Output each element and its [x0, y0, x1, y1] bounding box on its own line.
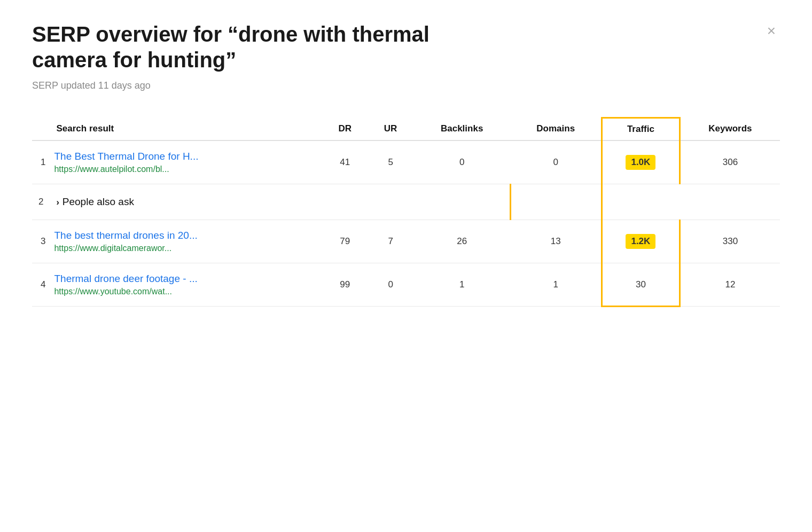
- col-header-ur: UR: [368, 118, 413, 141]
- col-header-keywords: Keywords: [680, 118, 780, 141]
- table-row: 2 ›People also ask: [32, 184, 780, 220]
- ur-cell: 7: [368, 220, 413, 263]
- backlinks-cell: 26: [413, 220, 511, 263]
- table-row: 1 The Best Thermal Drone for H... https:…: [32, 140, 780, 184]
- traffic-cell: 1.2K: [602, 220, 680, 263]
- traffic-cell-paa: [511, 184, 602, 220]
- row-num: 3: [32, 220, 50, 263]
- results-table: Search result DR UR Backlinks Domains Tr…: [32, 117, 780, 307]
- result-cell: Thermal drone deer footage - ... https:/…: [50, 263, 322, 307]
- dr-cell: 79: [322, 220, 368, 263]
- ur-cell: 0: [368, 263, 413, 307]
- ur-cell: 5: [368, 140, 413, 184]
- traffic-value-highlight: 1.0K: [626, 155, 655, 170]
- traffic-cell: 30: [602, 263, 680, 307]
- panel-subtitle: SERP updated 11 days ago: [32, 80, 780, 91]
- dr-cell: 41: [322, 140, 368, 184]
- panel-title: SERP overview for “drone with thermal ca…: [32, 21, 459, 73]
- domains-cell: 0: [511, 140, 602, 184]
- result-title[interactable]: The Best Thermal Drone for H...: [54, 151, 316, 162]
- keywords-cell: 12: [680, 263, 780, 307]
- domains-cell: 1: [511, 263, 602, 307]
- col-header-dr: DR: [322, 118, 368, 141]
- keywords-cell-paa: [602, 184, 680, 220]
- keywords-cell: 330: [680, 220, 780, 263]
- row-num: 2: [32, 184, 50, 220]
- col-header-traffic: Traffic: [602, 118, 680, 141]
- result-title[interactable]: Thermal drone deer footage - ...: [54, 273, 316, 285]
- result-url[interactable]: https://www.autelpilot.com/bl...: [54, 165, 316, 174]
- backlinks-cell: 0: [413, 140, 511, 184]
- row-num: 4: [32, 263, 50, 307]
- result-url[interactable]: https://www.digitalcamerawor...: [54, 244, 316, 253]
- backlinks-cell: 1: [413, 263, 511, 307]
- row-num: 1: [32, 140, 50, 184]
- col-header-search-result: Search result: [50, 118, 322, 141]
- domains-cell: 13: [511, 220, 602, 263]
- result-cell: The Best Thermal Drone for H... https://…: [50, 140, 322, 184]
- result-cell: The best thermal drones in 20... https:/…: [50, 220, 322, 263]
- table-row: 4 Thermal drone deer footage - ... https…: [32, 263, 780, 307]
- col-header-backlinks: Backlinks: [413, 118, 511, 141]
- close-button[interactable]: ×: [763, 21, 780, 41]
- serp-overview-panel: × SERP overview for “drone with thermal …: [32, 21, 780, 307]
- keywords-cell: 306: [680, 140, 780, 184]
- dr-cell: 99: [322, 263, 368, 307]
- table-row: 3 The best thermal drones in 20... https…: [32, 220, 780, 263]
- traffic-value: 30: [636, 279, 646, 290]
- traffic-value-highlight: 1.2K: [626, 234, 655, 249]
- col-header-num: [32, 118, 50, 141]
- chevron-right-icon: ›: [56, 198, 59, 207]
- result-title[interactable]: The best thermal drones in 20...: [54, 230, 316, 241]
- paa-cell: ›People also ask: [50, 184, 510, 220]
- col-header-domains: Domains: [511, 118, 602, 141]
- result-url[interactable]: https://www.youtube.com/wat...: [54, 287, 316, 296]
- traffic-cell: 1.0K: [602, 140, 680, 184]
- paa-label: ›People also ask: [56, 196, 134, 207]
